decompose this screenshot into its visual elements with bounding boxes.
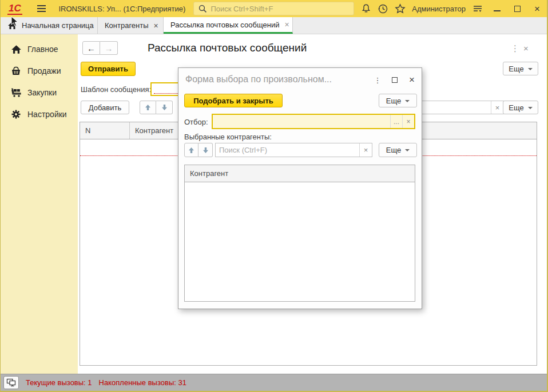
global-search-box[interactable]: [193, 2, 354, 15]
gear-icon: [10, 109, 22, 120]
monitors-icon: [6, 378, 16, 387]
back-arrow-icon: ←: [87, 43, 96, 53]
minimize-button[interactable]: [490, 1, 505, 17]
move-down-button[interactable]: [156, 101, 173, 114]
back-button[interactable]: ←: [82, 41, 100, 55]
filter-label: Отбор:: [184, 118, 208, 126]
basket-icon: [10, 65, 22, 77]
move-down-button[interactable]: [198, 143, 213, 157]
history-icon[interactable]: [375, 1, 392, 17]
tab-label: Рассылка почтовых сообщений: [170, 21, 279, 29]
selected-counterparties-table[interactable]: Контрагент: [184, 165, 415, 302]
performance-indicator-button[interactable]: [3, 376, 19, 389]
clear-search-icon[interactable]: ×: [491, 101, 503, 114]
forward-button[interactable]: →: [100, 41, 118, 55]
tab-label: Начальная страница: [22, 21, 94, 30]
dialog-move-row-group: [184, 143, 213, 157]
more-button-top[interactable]: Еще: [503, 62, 538, 75]
tab-mailing[interactable]: Рассылка почтовых сообщений ×: [164, 17, 293, 34]
table-body[interactable]: [185, 182, 415, 302]
tab-label: Контрагенты: [105, 21, 149, 30]
maximize-button[interactable]: [510, 1, 525, 17]
form-close-icon[interactable]: ×: [523, 43, 529, 53]
global-search-input[interactable]: [211, 5, 354, 13]
sidebar-item-label: Главное: [27, 45, 58, 54]
sidebar-item-settings[interactable]: Настройки: [1, 107, 78, 121]
sidebar-item-main[interactable]: Главное: [1, 42, 78, 56]
table-header: Контрагент: [185, 165, 415, 182]
home-icon: [7, 21, 17, 30]
section-sidebar: Главное Продажи Закупки Настройки: [1, 34, 78, 374]
tab-counterparties[interactable]: Контрагенты ×: [98, 17, 164, 34]
sidebar-item-label: Настройки: [27, 110, 67, 119]
move-up-button[interactable]: [140, 101, 156, 114]
application-window: 1С IRONSKILLS: Уп... (1С:Предприятие) Ад…: [0, 0, 548, 392]
dialog-search-input[interactable]: [216, 143, 359, 157]
dialog-more-button-list[interactable]: Еще: [379, 143, 417, 157]
sidebar-item-label: Продажи: [27, 66, 61, 75]
service-menu-icon[interactable]: [469, 1, 486, 17]
template-label: Шаблон сообщения:: [81, 85, 151, 94]
favorites-star-icon[interactable]: [392, 1, 409, 17]
selection-dialog: Форма выбора по произвольном... ⋮ × Подо…: [178, 67, 422, 309]
app-title: IRONSKILLS: Уп... (1С:Предприятие): [58, 5, 185, 13]
minimize-icon: [494, 10, 501, 11]
filter-clear-icon[interactable]: ×: [402, 115, 414, 128]
down-arrow-icon: [161, 104, 168, 111]
dialog-menu-dots-icon[interactable]: ⋮: [372, 75, 383, 85]
sidebar-item-purchases[interactable]: Закупки: [1, 86, 78, 99]
dialog-close-button[interactable]: ×: [406, 75, 418, 85]
forward-arrow-icon: →: [105, 43, 113, 53]
1c-logo-icon: 1С: [7, 3, 22, 15]
up-arrow-icon: [145, 104, 151, 111]
move-row-group: [140, 101, 173, 114]
dropdown-caret-icon: [405, 149, 410, 151]
dialog-search-box[interactable]: ×: [215, 143, 372, 157]
cart-icon: [10, 87, 22, 98]
close-icon: ×: [534, 4, 540, 14]
selected-counterparties-label: Выбранные контрагенты:: [184, 133, 272, 141]
close-window-button[interactable]: ×: [530, 1, 545, 17]
sidebar-item-label: Закупки: [27, 88, 57, 97]
down-arrow-icon: [202, 147, 209, 154]
maximize-icon: [392, 77, 398, 83]
pick-and-close-button[interactable]: Подобрать и закрыть: [184, 94, 283, 107]
dropdown-caret-icon: [528, 107, 533, 109]
close-tab-icon[interactable]: ×: [154, 22, 158, 30]
main-menu-button[interactable]: [37, 3, 46, 14]
up-arrow-icon: [188, 147, 194, 154]
dialog-title: Форма выбора по произвольном...: [185, 74, 332, 85]
tab-home[interactable]: Начальная страница: [1, 17, 98, 34]
move-up-button[interactable]: [184, 143, 198, 157]
clear-search-icon[interactable]: ×: [359, 143, 372, 157]
page-title: Рассылка почтовых сообщений: [148, 42, 307, 54]
accumulated-calls: Накопленные вызовы: 31: [99, 378, 186, 387]
column-header-counterparty[interactable]: Контрагент: [185, 165, 415, 182]
add-button[interactable]: Добавить: [81, 101, 129, 114]
more-button-list[interactable]: Еще: [503, 101, 538, 114]
dialog-more-button-top[interactable]: Еще: [379, 94, 417, 107]
nav-history-group: ← →: [82, 41, 118, 55]
column-header-n[interactable]: N: [80, 122, 130, 139]
home-icon: [10, 43, 22, 55]
notifications-bell-icon[interactable]: [358, 1, 375, 17]
search-icon: [198, 5, 207, 13]
sidebar-item-sales[interactable]: Продажи: [1, 64, 78, 78]
filter-field[interactable]: ... ×: [212, 114, 415, 129]
current-user[interactable]: Администратор: [412, 5, 466, 13]
form-menu-dots-icon[interactable]: ⋮: [511, 43, 519, 54]
dialog-maximize-button[interactable]: [389, 75, 400, 85]
status-bar: Текущие вызовы: 1 Накопленные вызовы: 31: [1, 374, 547, 391]
send-button[interactable]: Отправить: [81, 62, 136, 76]
dropdown-caret-icon: [528, 68, 533, 70]
maximize-icon: [514, 6, 521, 12]
filter-value[interactable]: [213, 115, 390, 128]
current-calls: Текущие вызовы: 1: [26, 378, 92, 387]
tab-bar: Начальная страница Контрагенты × Рассылк…: [1, 17, 547, 34]
window-titlebar: 1С IRONSKILLS: Уп... (1С:Предприятие) Ад…: [1, 0, 547, 17]
dropdown-caret-icon: [405, 100, 410, 102]
close-tab-icon[interactable]: ×: [284, 21, 289, 29]
filter-choose-icon[interactable]: ...: [390, 115, 402, 128]
